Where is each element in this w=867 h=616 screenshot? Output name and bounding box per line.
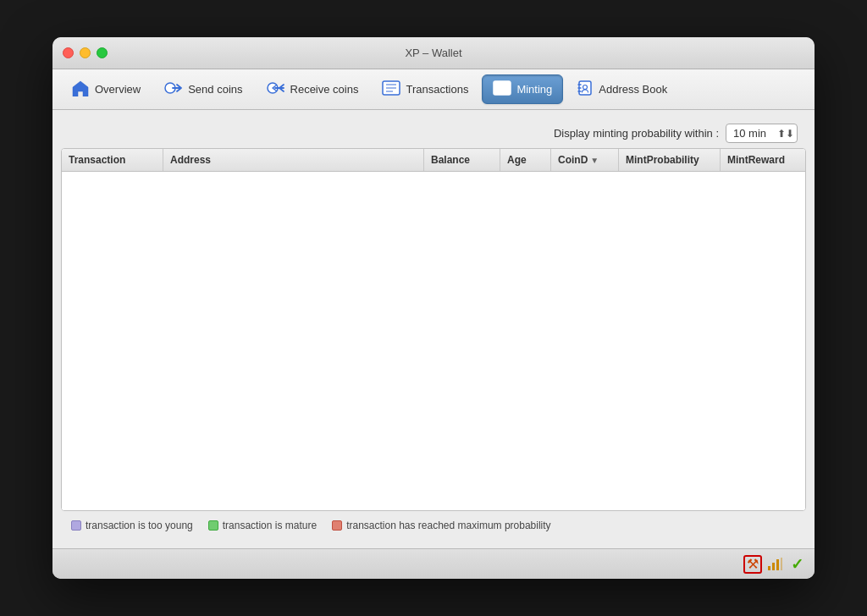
minimize-button[interactable] bbox=[80, 47, 91, 58]
tab-overview-label: Overview bbox=[95, 83, 141, 96]
col-mint-probability: MintProbability bbox=[619, 149, 721, 171]
tab-receive-coins[interactable]: Receive coins bbox=[257, 75, 369, 103]
col-age: Age bbox=[500, 149, 551, 171]
maximize-button[interactable] bbox=[97, 47, 108, 58]
tab-address-book-label: Address Book bbox=[599, 83, 667, 96]
legend-label-too-young: transaction is too young bbox=[86, 520, 193, 531]
status-bar: ⚒ ✓ bbox=[52, 548, 815, 579]
tab-overview[interactable]: Overview bbox=[61, 74, 151, 104]
legend-too-young: transaction is too young bbox=[71, 520, 193, 531]
legend: transaction is too young transaction is … bbox=[61, 511, 806, 540]
minting-select-wrapper: 10 min 30 min 1 hour 6 hours 24 hours ⬆⬇ bbox=[726, 124, 798, 143]
tab-address-book[interactable]: Address Book bbox=[566, 74, 677, 104]
title-bar: XP – Wallet bbox=[52, 37, 815, 69]
legend-dot-mature bbox=[208, 520, 218, 531]
legend-mature: transaction is mature bbox=[208, 520, 317, 531]
minting-icon bbox=[493, 80, 511, 98]
transactions-icon bbox=[382, 80, 400, 98]
svg-rect-13 bbox=[776, 559, 779, 570]
send-icon bbox=[164, 80, 183, 98]
toolbar: Overview Send coins Receive coins bbox=[52, 69, 815, 110]
minting-controls: Display minting probability within : 10 … bbox=[61, 118, 806, 148]
main-content: Display minting probability within : 10 … bbox=[52, 110, 815, 548]
address-book-icon bbox=[577, 80, 594, 99]
signal-status-icon bbox=[765, 555, 784, 574]
minting-time-select[interactable]: 10 min 30 min 1 hour 6 hours 24 hours bbox=[726, 124, 798, 143]
tab-minting[interactable]: Minting bbox=[482, 74, 563, 104]
legend-dot-too-young bbox=[71, 520, 81, 531]
tab-send-coins-label: Send coins bbox=[188, 83, 242, 96]
svg-rect-11 bbox=[768, 566, 770, 570]
svg-rect-12 bbox=[772, 563, 775, 570]
table-header: Transaction Address Balance Age CoinD ▼ … bbox=[62, 149, 805, 172]
table-body bbox=[62, 172, 805, 510]
sort-indicator-icon: ▼ bbox=[590, 156, 599, 165]
tab-receive-coins-label: Receive coins bbox=[290, 83, 359, 96]
tab-transactions-label: Transactions bbox=[406, 83, 468, 96]
col-transaction: Transaction bbox=[62, 149, 163, 171]
receive-icon bbox=[267, 80, 285, 98]
col-coind[interactable]: CoinD ▼ bbox=[551, 149, 619, 171]
home-icon bbox=[71, 80, 90, 99]
legend-label-max-probability: transaction has reached maximum probabil… bbox=[346, 520, 550, 531]
mining-status-icon[interactable]: ⚒ bbox=[743, 555, 762, 574]
close-button[interactable] bbox=[63, 47, 74, 58]
minting-table: Transaction Address Balance Age CoinD ▼ … bbox=[61, 148, 806, 511]
col-address: Address bbox=[163, 149, 424, 171]
legend-max-probability: transaction has reached maximum probabil… bbox=[332, 520, 550, 531]
main-window: XP – Wallet Overview Send coins bbox=[52, 37, 815, 579]
traffic-lights bbox=[63, 47, 108, 58]
tab-send-coins[interactable]: Send coins bbox=[154, 75, 252, 103]
tab-transactions[interactable]: Transactions bbox=[372, 75, 478, 103]
minting-probability-label: Display minting probability within : bbox=[554, 127, 719, 140]
check-status-icon: ✓ bbox=[787, 555, 806, 574]
col-balance: Balance bbox=[424, 149, 500, 171]
window-title: XP – Wallet bbox=[405, 47, 461, 59]
col-mint-reward: MintReward bbox=[721, 149, 805, 171]
legend-dot-max-probability bbox=[332, 520, 342, 531]
svg-rect-14 bbox=[781, 558, 782, 570]
legend-label-mature: transaction is mature bbox=[223, 520, 317, 531]
tab-minting-label: Minting bbox=[516, 83, 552, 96]
